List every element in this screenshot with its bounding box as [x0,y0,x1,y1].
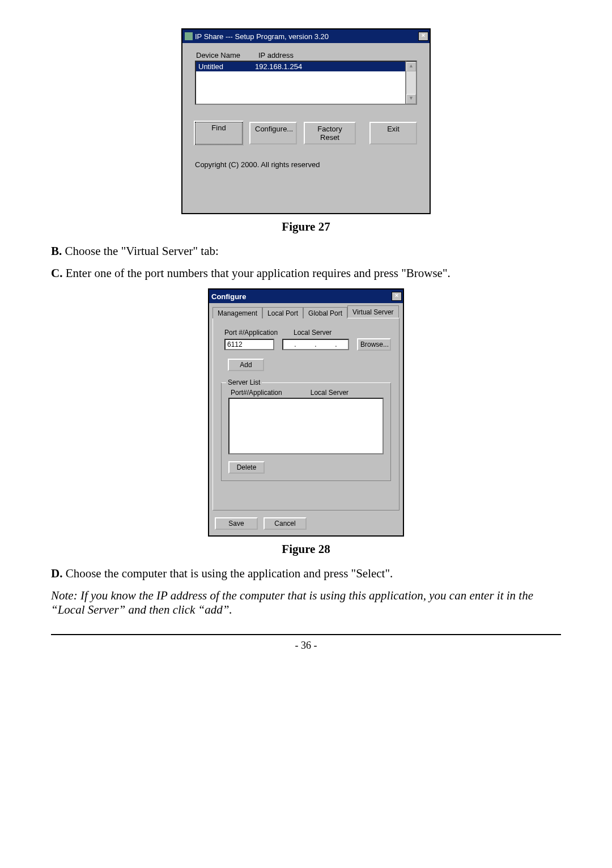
cancel-button[interactable]: Cancel [264,517,307,530]
page-number: - 36 - [51,640,561,652]
sl-header-local: Local Server [311,389,348,397]
ipshare-window: IP Share --- Setup Program, version 3.20… [181,28,431,214]
figure-27-caption: Figure 27 [51,220,561,234]
factory-reset-button[interactable]: Factory Reset [304,122,356,144]
tabstrip: Management Local Port Global Port Virtua… [212,305,400,318]
cell-ip: 192.168.1.254 [255,62,302,71]
divider [51,634,561,635]
group-legend: Server List [226,378,262,386]
find-button[interactable]: Find [195,122,243,144]
scroll-up-icon[interactable]: ▲ [406,62,416,71]
figure-27: IP Share --- Setup Program, version 3.20… [51,28,561,214]
local-server-ip-input[interactable]: . . . [282,339,349,350]
paragraph-d: D. Choose the computer that is using the… [51,567,561,581]
header-device: Device Name [196,51,258,59]
copyright-text: Copyright (C) 2000. All rights reserved [195,160,417,169]
scroll-down-icon[interactable]: ▼ [406,94,416,104]
note-text: Note: If you know the IP address of the … [51,589,561,617]
paragraph-b: B. Choose the "Virtual Server" tab: [51,244,561,258]
ip-dot: . [335,341,337,348]
device-listbox[interactable]: Untitled 192.168.1.254 [195,61,406,105]
list-item[interactable]: Untitled 192.168.1.254 [196,62,405,71]
para-c-letter: C. [51,266,62,280]
add-row: Add [228,359,391,371]
label-local-server: Local Server [294,329,332,337]
tab-virtual-server[interactable]: Virtual Server [347,305,398,318]
delete-button[interactable]: Delete [228,461,265,474]
titlebar: Configure × [209,290,403,303]
titlebar: IP Share --- Setup Program, version 3.20… [182,29,430,43]
window-title: Configure [211,292,392,301]
para-d-text: Choose the computer that is using the ap… [62,567,393,580]
para-d-letter: D. [51,567,62,580]
save-button[interactable]: Save [215,517,258,530]
close-icon[interactable]: × [418,32,428,41]
header-ip: IP address [258,51,294,59]
spacer [195,169,417,203]
label-port: Port #/Application [224,329,281,337]
input-row: . . . Browse... [221,338,391,351]
figure-28: Configure × Management Local Port Global… [51,288,561,537]
server-list-headers: Port#/Application Local Server [228,388,384,398]
add-button[interactable]: Add [228,359,264,371]
save-cancel-row: Save Cancel [212,517,400,530]
para-b-letter: B. [51,244,62,258]
server-listbox[interactable] [228,398,384,454]
label-row: Port #/Application Local Server [221,329,391,337]
scrollbar[interactable]: ▲ ▼ [406,61,417,105]
figure-28-caption: Figure 28 [51,542,561,556]
window-title: IP Share --- Setup Program, version 3.20 [195,32,418,41]
configure-window: Configure × Management Local Port Global… [208,288,404,537]
window-body: Device Name IP address Untitled 192.168.… [182,43,430,213]
ip-dot: . [314,341,316,348]
device-list-row: Untitled 192.168.1.254 ▲ ▼ [195,61,417,105]
configure-button[interactable]: Configure... [249,122,297,144]
window-body: Management Local Port Global Port Virtua… [209,303,403,535]
delete-row: Delete [228,461,384,474]
tab-local-port[interactable]: Local Port [262,307,303,318]
tab-panel: Port #/Application Local Server . . . Br… [212,318,400,510]
server-list-group: Server List Port#/Application Local Serv… [221,382,391,481]
exit-button[interactable]: Exit [369,122,417,144]
para-b-text: Choose the "Virtual Server" tab: [62,244,219,258]
ip-dot: . [294,341,296,348]
tab-global-port[interactable]: Global Port [303,307,347,318]
browse-button[interactable]: Browse... [357,338,391,351]
cell-device: Untitled [198,62,255,71]
port-input[interactable] [224,339,274,350]
close-icon[interactable]: × [392,292,402,301]
paragraph-c: C. Enter one of the port numbers that yo… [51,266,561,280]
column-headers: Device Name IP address [195,51,417,61]
app-icon [185,32,193,40]
tab-management[interactable]: Management [212,307,262,318]
para-c-text: Enter one of the port numbers that your … [62,266,450,280]
button-row: Find Configure... Factory Reset Exit [195,122,417,144]
sl-header-port: Port#/Application [231,389,282,397]
